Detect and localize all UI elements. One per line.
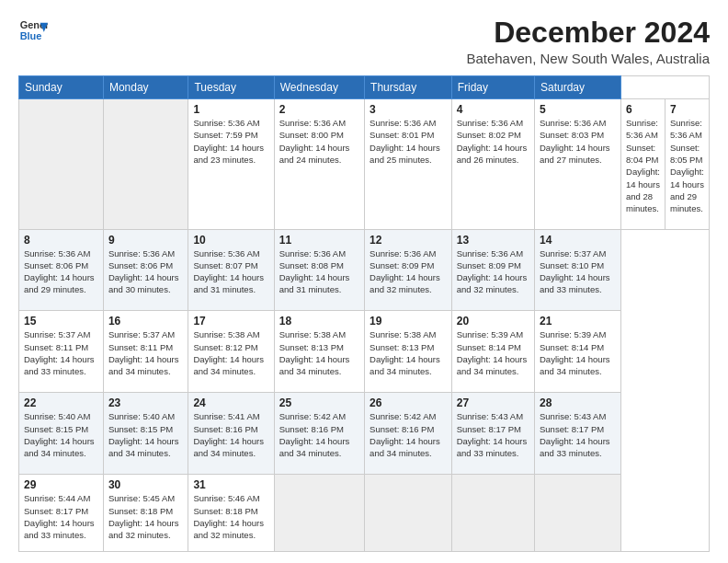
day-info: Sunrise: 5:46 AMSunset: 8:18 PMDaylight:… [193,493,264,540]
day-info: Sunrise: 5:39 AMSunset: 8:14 PMDaylight:… [457,329,528,376]
day-info: Sunrise: 5:43 AMSunset: 8:17 PMDaylight:… [540,411,610,458]
logo-icon: General Blue [18,17,48,46]
day-info: Sunrise: 5:41 AMSunset: 8:16 PMDaylight:… [193,411,264,458]
day-number: 3 [370,103,447,116]
calendar-cell: 23 Sunrise: 5:40 AMSunset: 8:15 PMDaylig… [103,393,188,475]
calendar-cell: 22 Sunrise: 5:40 AMSunset: 8:15 PMDaylig… [19,393,104,475]
calendar-cell: 9 Sunrise: 5:36 AMSunset: 8:06 PMDayligh… [103,229,188,311]
day-number: 16 [108,315,184,327]
day-info: Sunrise: 5:42 AMSunset: 8:16 PMDaylight:… [279,411,350,458]
day-number: 5 [540,103,616,116]
svg-text:Blue: Blue [20,30,42,41]
day-number: 20 [457,315,529,327]
col-wednesday: Wednesday [274,76,364,99]
calendar-cell [365,475,452,552]
calendar-cell: 27 Sunrise: 5:43 AMSunset: 8:17 PMDaylig… [451,393,534,475]
week-row-1: 1 Sunrise: 5:36 AMSunset: 7:59 PMDayligh… [19,99,710,229]
calendar-cell: 19 Sunrise: 5:38 AMSunset: 8:13 PMDaylig… [365,311,452,393]
main-title: December 2024 [466,17,710,49]
day-info: Sunrise: 5:40 AMSunset: 8:15 PMDaylight:… [108,411,179,458]
day-number: 10 [193,234,268,247]
week-row-4: 22 Sunrise: 5:40 AMSunset: 8:15 PMDaylig… [19,393,710,475]
day-info: Sunrise: 5:36 AMSunset: 8:09 PMDaylight:… [370,248,440,295]
day-number: 4 [457,103,529,116]
subtitle: Batehaven, New South Wales, Australia [466,51,710,66]
day-info: Sunrise: 5:36 AMSunset: 8:00 PMDaylight:… [279,118,350,165]
calendar-cell: 26 Sunrise: 5:42 AMSunset: 8:16 PMDaylig… [365,393,452,475]
calendar-cell: 14 Sunrise: 5:37 AMSunset: 8:10 PMDaylig… [534,229,620,311]
day-info: Sunrise: 5:43 AMSunset: 8:17 PMDaylight:… [457,411,528,458]
calendar-cell [19,99,104,229]
calendar-cell: 31 Sunrise: 5:46 AMSunset: 8:18 PMDaylig… [188,475,274,552]
day-number: 27 [457,396,529,409]
calendar-cell [534,475,620,552]
day-info: Sunrise: 5:36 AMSunset: 8:04 PMDaylight:… [626,118,660,213]
day-info: Sunrise: 5:45 AMSunset: 8:18 PMDaylight:… [108,493,179,540]
calendar-cell: 8 Sunrise: 5:36 AMSunset: 8:06 PMDayligh… [19,229,104,311]
col-tuesday: Tuesday [188,76,274,99]
calendar-cell: 6 Sunrise: 5:36 AMSunset: 8:04 PMDayligh… [621,99,665,229]
day-info: Sunrise: 5:36 AMSunset: 8:03 PMDaylight:… [540,118,610,165]
col-monday: Monday [103,76,188,99]
day-number: 26 [370,396,447,409]
calendar-cell: 3 Sunrise: 5:36 AMSunset: 8:01 PMDayligh… [365,99,452,229]
header-row: Sunday Monday Tuesday Wednesday Thursday… [19,76,710,99]
day-number: 17 [193,315,268,327]
day-info: Sunrise: 5:36 AMSunset: 8:05 PMDaylight:… [670,118,704,213]
calendar-cell [274,475,364,552]
day-info: Sunrise: 5:38 AMSunset: 8:13 PMDaylight:… [279,329,350,376]
calendar-cell: 12 Sunrise: 5:36 AMSunset: 8:09 PMDaylig… [365,229,452,311]
calendar-cell: 11 Sunrise: 5:36 AMSunset: 8:08 PMDaylig… [274,229,364,311]
calendar-cell: 21 Sunrise: 5:39 AMSunset: 8:14 PMDaylig… [534,311,620,393]
calendar-cell: 30 Sunrise: 5:45 AMSunset: 8:18 PMDaylig… [103,475,188,552]
day-number: 12 [370,234,447,247]
day-info: Sunrise: 5:37 AMSunset: 8:11 PMDaylight:… [108,329,179,376]
day-number: 19 [370,315,447,327]
day-info: Sunrise: 5:37 AMSunset: 8:11 PMDaylight:… [24,329,95,376]
calendar-cell: 5 Sunrise: 5:36 AMSunset: 8:03 PMDayligh… [534,99,620,229]
day-number: 8 [24,234,98,247]
calendar-cell: 1 Sunrise: 5:36 AMSunset: 7:59 PMDayligh… [188,99,274,229]
day-info: Sunrise: 5:38 AMSunset: 8:12 PMDaylight:… [193,329,264,376]
calendar-cell: 16 Sunrise: 5:37 AMSunset: 8:11 PMDaylig… [103,311,188,393]
calendar-cell: 13 Sunrise: 5:36 AMSunset: 8:09 PMDaylig… [451,229,534,311]
calendar-cell: 17 Sunrise: 5:38 AMSunset: 8:12 PMDaylig… [188,311,274,393]
calendar-cell: 20 Sunrise: 5:39 AMSunset: 8:14 PMDaylig… [451,311,534,393]
day-number: 9 [108,234,184,247]
calendar-cell: 18 Sunrise: 5:38 AMSunset: 8:13 PMDaylig… [274,311,364,393]
day-number: 1 [193,103,268,116]
day-info: Sunrise: 5:36 AMSunset: 8:02 PMDaylight:… [457,118,528,165]
day-number: 30 [108,478,184,491]
calendar-table: Sunday Monday Tuesday Wednesday Thursday… [18,75,710,552]
calendar-cell: 24 Sunrise: 5:41 AMSunset: 8:16 PMDaylig… [188,393,274,475]
day-number: 23 [108,396,184,409]
day-number: 2 [279,103,359,116]
col-thursday: Thursday [365,76,452,99]
day-number: 29 [24,478,98,491]
day-number: 11 [279,234,359,247]
calendar-cell: 25 Sunrise: 5:42 AMSunset: 8:16 PMDaylig… [274,393,364,475]
day-info: Sunrise: 5:40 AMSunset: 8:15 PMDaylight:… [24,411,95,458]
day-number: 7 [670,103,704,116]
col-friday: Friday [451,76,534,99]
day-info: Sunrise: 5:36 AMSunset: 8:08 PMDaylight:… [279,248,350,295]
day-info: Sunrise: 5:36 AMSunset: 8:09 PMDaylight:… [457,248,528,295]
day-number: 25 [279,396,359,409]
calendar-cell [451,475,534,552]
day-number: 14 [540,234,616,247]
day-number: 24 [193,396,268,409]
calendar-cell: 28 Sunrise: 5:43 AMSunset: 8:17 PMDaylig… [534,393,620,475]
day-info: Sunrise: 5:36 AMSunset: 7:59 PMDaylight:… [193,118,264,165]
day-info: Sunrise: 5:44 AMSunset: 8:17 PMDaylight:… [24,493,95,540]
calendar-cell: 4 Sunrise: 5:36 AMSunset: 8:02 PMDayligh… [451,99,534,229]
week-row-2: 8 Sunrise: 5:36 AMSunset: 8:06 PMDayligh… [19,229,710,311]
calendar-cell: 2 Sunrise: 5:36 AMSunset: 8:00 PMDayligh… [274,99,364,229]
day-number: 22 [24,396,98,409]
day-info: Sunrise: 5:36 AMSunset: 8:07 PMDaylight:… [193,248,264,295]
day-number: 21 [540,315,616,327]
calendar-cell: 7 Sunrise: 5:36 AMSunset: 8:05 PMDayligh… [665,99,709,229]
day-info: Sunrise: 5:36 AMSunset: 8:06 PMDaylight:… [24,248,95,295]
day-number: 18 [279,315,359,327]
col-sunday: Sunday [19,76,104,99]
calendar-cell: 29 Sunrise: 5:44 AMSunset: 8:17 PMDaylig… [19,475,104,552]
